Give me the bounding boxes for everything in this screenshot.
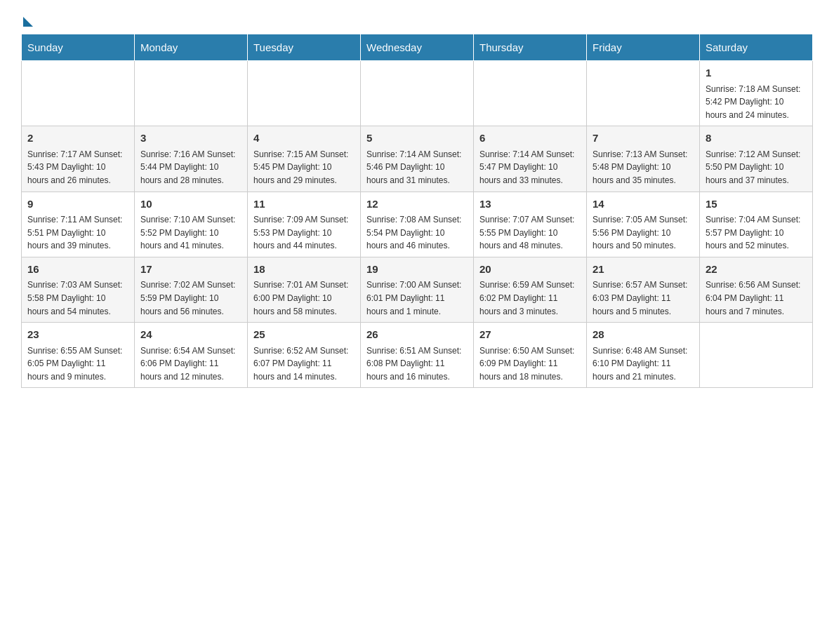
calendar-cell: 28Sunrise: 6:48 AM Sunset: 6:10 PM Dayli…: [587, 323, 700, 388]
calendar-cell: [587, 61, 700, 126]
calendar-cell: 4Sunrise: 7:15 AM Sunset: 5:45 PM Daylig…: [248, 126, 361, 192]
weekday-header-monday: Monday: [135, 34, 248, 61]
calendar-cell: 27Sunrise: 6:50 AM Sunset: 6:09 PM Dayli…: [474, 323, 587, 388]
page-header: [21, 14, 813, 27]
calendar-week-row: 1Sunrise: 7:18 AM Sunset: 5:42 PM Daylig…: [22, 61, 813, 126]
day-info: Sunrise: 7:05 AM Sunset: 5:56 PM Dayligh…: [593, 213, 694, 253]
day-info: Sunrise: 7:16 AM Sunset: 5:44 PM Dayligh…: [140, 148, 241, 187]
day-info: Sunrise: 7:08 AM Sunset: 5:54 PM Dayligh…: [366, 213, 468, 253]
day-number: 5: [366, 130, 468, 147]
weekday-header-friday: Friday: [587, 34, 700, 61]
day-number: 25: [253, 327, 355, 343]
day-number: 26: [366, 327, 468, 343]
calendar-cell: 2Sunrise: 7:17 AM Sunset: 5:43 PM Daylig…: [22, 126, 135, 192]
day-info: Sunrise: 6:54 AM Sunset: 6:06 PM Dayligh…: [140, 344, 241, 384]
day-number: 28: [593, 327, 694, 343]
calendar-cell: 8Sunrise: 7:12 AM Sunset: 5:50 PM Daylig…: [700, 126, 813, 192]
day-number: 4: [253, 130, 355, 147]
day-info: Sunrise: 6:55 AM Sunset: 6:05 PM Dayligh…: [27, 344, 128, 384]
calendar-cell: 18Sunrise: 7:01 AM Sunset: 6:00 PM Dayli…: [248, 257, 361, 322]
day-number: 15: [706, 196, 807, 213]
calendar-cell: 6Sunrise: 7:14 AM Sunset: 5:47 PM Daylig…: [474, 126, 587, 192]
calendar-table: SundayMondayTuesdayWednesdayThursdayFrid…: [21, 34, 813, 388]
day-info: Sunrise: 6:59 AM Sunset: 6:02 PM Dayligh…: [479, 279, 581, 318]
day-number: 23: [27, 327, 128, 343]
calendar-cell: 10Sunrise: 7:10 AM Sunset: 5:52 PM Dayli…: [135, 192, 248, 257]
weekday-header-wednesday: Wednesday: [361, 34, 474, 61]
calendar-cell: 19Sunrise: 7:00 AM Sunset: 6:01 PM Dayli…: [361, 257, 474, 322]
day-info: Sunrise: 6:57 AM Sunset: 6:03 PM Dayligh…: [593, 279, 694, 318]
day-info: Sunrise: 7:13 AM Sunset: 5:48 PM Dayligh…: [593, 148, 694, 187]
day-info: Sunrise: 6:56 AM Sunset: 6:04 PM Dayligh…: [706, 279, 807, 318]
calendar-cell: [248, 61, 361, 126]
calendar-week-row: 9Sunrise: 7:11 AM Sunset: 5:51 PM Daylig…: [22, 192, 813, 257]
calendar-cell: 25Sunrise: 6:52 AM Sunset: 6:07 PM Dayli…: [248, 323, 361, 388]
weekday-header-saturday: Saturday: [700, 34, 813, 61]
calendar-cell: 23Sunrise: 6:55 AM Sunset: 6:05 PM Dayli…: [22, 323, 135, 388]
logo-arrow-icon: [23, 17, 33, 27]
calendar-cell: 26Sunrise: 6:51 AM Sunset: 6:08 PM Dayli…: [361, 323, 474, 388]
day-info: Sunrise: 7:01 AM Sunset: 6:00 PM Dayligh…: [253, 279, 355, 318]
day-info: Sunrise: 7:18 AM Sunset: 5:42 PM Dayligh…: [706, 83, 807, 122]
weekday-header-tuesday: Tuesday: [248, 34, 361, 61]
day-number: 20: [479, 262, 581, 278]
calendar-week-row: 16Sunrise: 7:03 AM Sunset: 5:58 PM Dayli…: [22, 257, 813, 322]
day-info: Sunrise: 7:17 AM Sunset: 5:43 PM Dayligh…: [27, 148, 128, 187]
day-number: 11: [253, 196, 355, 213]
day-info: Sunrise: 7:12 AM Sunset: 5:50 PM Dayligh…: [706, 148, 807, 187]
calendar-cell: 24Sunrise: 6:54 AM Sunset: 6:06 PM Dayli…: [135, 323, 248, 388]
day-number: 16: [27, 262, 128, 278]
day-number: 18: [253, 262, 355, 278]
day-info: Sunrise: 7:14 AM Sunset: 5:46 PM Dayligh…: [366, 148, 468, 187]
day-number: 22: [706, 262, 807, 278]
day-info: Sunrise: 7:14 AM Sunset: 5:47 PM Dayligh…: [479, 148, 581, 187]
weekday-header-row: SundayMondayTuesdayWednesdayThursdayFrid…: [22, 34, 813, 61]
calendar-week-row: 2Sunrise: 7:17 AM Sunset: 5:43 PM Daylig…: [22, 126, 813, 192]
calendar-cell: 11Sunrise: 7:09 AM Sunset: 5:53 PM Dayli…: [248, 192, 361, 257]
calendar-cell: 5Sunrise: 7:14 AM Sunset: 5:46 PM Daylig…: [361, 126, 474, 192]
weekday-header-sunday: Sunday: [22, 34, 135, 61]
day-number: 17: [140, 262, 241, 278]
calendar-cell: 3Sunrise: 7:16 AM Sunset: 5:44 PM Daylig…: [135, 126, 248, 192]
day-info: Sunrise: 7:10 AM Sunset: 5:52 PM Dayligh…: [140, 213, 241, 253]
day-number: 24: [140, 327, 241, 343]
calendar-cell: 1Sunrise: 7:18 AM Sunset: 5:42 PM Daylig…: [700, 61, 813, 126]
calendar-cell: [22, 61, 135, 126]
calendar-cell: 15Sunrise: 7:04 AM Sunset: 5:57 PM Dayli…: [700, 192, 813, 257]
day-number: 12: [366, 196, 468, 213]
day-info: Sunrise: 6:48 AM Sunset: 6:10 PM Dayligh…: [593, 344, 694, 384]
calendar-cell: [474, 61, 587, 126]
day-number: 21: [593, 262, 694, 278]
calendar-cell: 13Sunrise: 7:07 AM Sunset: 5:55 PM Dayli…: [474, 192, 587, 257]
day-info: Sunrise: 7:09 AM Sunset: 5:53 PM Dayligh…: [253, 213, 355, 253]
day-info: Sunrise: 7:11 AM Sunset: 5:51 PM Dayligh…: [27, 213, 128, 253]
day-number: 6: [479, 130, 581, 147]
calendar-cell: 17Sunrise: 7:02 AM Sunset: 5:59 PM Dayli…: [135, 257, 248, 322]
day-info: Sunrise: 7:02 AM Sunset: 5:59 PM Dayligh…: [140, 279, 241, 318]
logo: [21, 14, 33, 27]
calendar-cell: [361, 61, 474, 126]
day-number: 3: [140, 130, 241, 147]
calendar-cell: 22Sunrise: 6:56 AM Sunset: 6:04 PM Dayli…: [700, 257, 813, 322]
day-info: Sunrise: 6:51 AM Sunset: 6:08 PM Dayligh…: [366, 344, 468, 384]
day-number: 8: [706, 130, 807, 147]
day-number: 27: [479, 327, 581, 343]
day-number: 13: [479, 196, 581, 213]
day-number: 10: [140, 196, 241, 213]
day-number: 7: [593, 130, 694, 147]
day-number: 1: [706, 65, 807, 81]
calendar-cell: 9Sunrise: 7:11 AM Sunset: 5:51 PM Daylig…: [22, 192, 135, 257]
weekday-header-thursday: Thursday: [474, 34, 587, 61]
calendar-cell: [135, 61, 248, 126]
day-number: 19: [366, 262, 468, 278]
day-number: 14: [593, 196, 694, 213]
day-info: Sunrise: 6:52 AM Sunset: 6:07 PM Dayligh…: [253, 344, 355, 384]
day-info: Sunrise: 7:07 AM Sunset: 5:55 PM Dayligh…: [479, 213, 581, 253]
calendar-cell: 21Sunrise: 6:57 AM Sunset: 6:03 PM Dayli…: [587, 257, 700, 322]
day-number: 9: [27, 196, 128, 213]
calendar-week-row: 23Sunrise: 6:55 AM Sunset: 6:05 PM Dayli…: [22, 323, 813, 388]
day-info: Sunrise: 7:15 AM Sunset: 5:45 PM Dayligh…: [253, 148, 355, 187]
day-info: Sunrise: 6:50 AM Sunset: 6:09 PM Dayligh…: [479, 344, 581, 384]
calendar-cell: 12Sunrise: 7:08 AM Sunset: 5:54 PM Dayli…: [361, 192, 474, 257]
calendar-cell: 14Sunrise: 7:05 AM Sunset: 5:56 PM Dayli…: [587, 192, 700, 257]
